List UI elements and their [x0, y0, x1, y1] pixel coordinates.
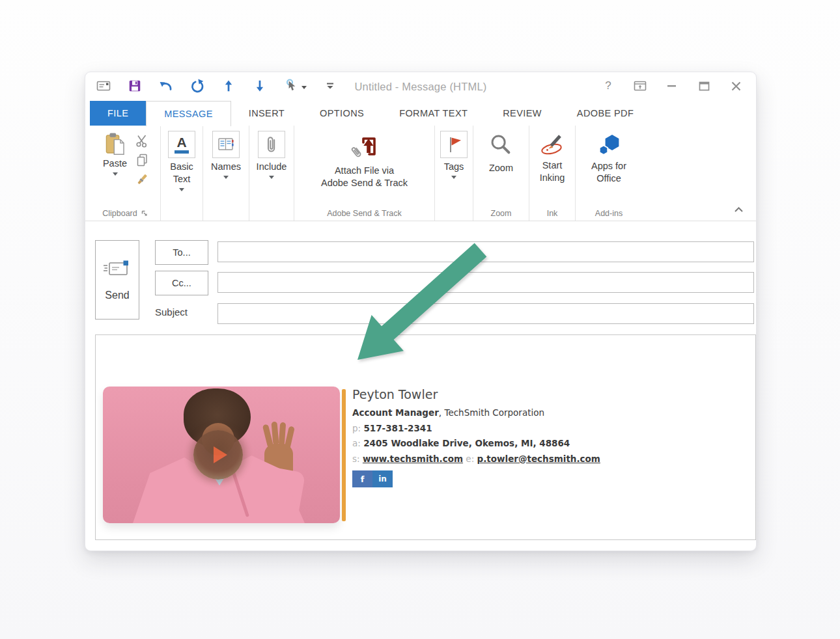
basic-text-label-line2: Text	[173, 173, 191, 185]
zoom-label: Zoom	[489, 162, 513, 174]
phone-number: 517-381-2341	[363, 423, 432, 433]
format-painter-icon	[135, 172, 149, 187]
send-label: Send	[105, 290, 129, 301]
clipboard-dialog-launcher[interactable]	[141, 210, 148, 217]
message-window: Untitled - Message (HTML) ? FILE M	[85, 72, 757, 551]
to-field[interactable]	[217, 241, 754, 262]
scissors-icon	[135, 133, 149, 148]
paste-dropdown-caret	[113, 172, 118, 176]
cc-field[interactable]	[217, 272, 754, 293]
include-button[interactable]: Include	[254, 129, 290, 206]
addins-group-label: Add-ins	[595, 209, 623, 218]
email-label: e:	[466, 454, 474, 464]
clipboard-group: Paste	[91, 126, 161, 221]
tab-review[interactable]: REVIEW	[485, 101, 559, 126]
include-dropdown-caret	[269, 176, 274, 179]
cut-button[interactable]	[133, 132, 150, 148]
ink-group: Start Inking Ink	[529, 126, 576, 221]
signature-social-icons: f in	[352, 470, 717, 487]
inking-pen-icon	[539, 133, 565, 156]
adobe-attach-label-line1: Attach File via	[335, 165, 394, 177]
adobe-group-label: Adobe Send & Track	[327, 209, 402, 218]
include-label: Include	[257, 161, 287, 173]
to-button[interactable]: To...	[155, 240, 208, 265]
signature-links-line: s: www.techsmith.com e: p.towler@techsmi…	[352, 452, 717, 467]
basic-text-button[interactable]: A Basic Text	[165, 129, 198, 206]
play-button[interactable]	[193, 430, 243, 480]
paste-icon	[104, 131, 126, 157]
desktop-background: Untitled - Message (HTML) ? FILE M	[0, 0, 840, 639]
website-label: s:	[352, 454, 360, 464]
tags-button[interactable]: Tags	[438, 129, 470, 206]
address-label: a:	[352, 438, 361, 448]
zoom-group-label: Zoom	[491, 209, 512, 218]
signature-video-thumbnail[interactable]	[103, 387, 340, 523]
signature-phone-line: p: 517-381-2341	[352, 421, 717, 437]
close-button[interactable]	[729, 77, 743, 94]
play-icon	[214, 446, 227, 463]
magnifier-icon	[489, 133, 512, 157]
include-group: Include	[249, 126, 294, 221]
window-controls: ?	[601, 77, 743, 94]
addins-group: Apps for Office Add-ins	[576, 126, 642, 221]
names-button[interactable]: Names	[208, 129, 244, 206]
email-link[interactable]: p.towler@techsmith.com	[477, 454, 600, 464]
format-painter-button[interactable]	[133, 171, 150, 187]
basic-text-group: A Basic Text	[161, 126, 203, 221]
maximize-button[interactable]	[697, 77, 711, 94]
signature-job-title: Account Manager	[352, 407, 439, 418]
person-finger	[271, 422, 279, 446]
send-button[interactable]: Send	[95, 240, 139, 320]
title-bar: Untitled - Message (HTML) ?	[85, 72, 756, 101]
attach-file-adobe-button[interactable]: Attach File via Adobe Send & Track	[318, 129, 410, 206]
linkedin-icon[interactable]: in	[372, 470, 393, 487]
to-button-label: To...	[173, 247, 190, 258]
signature-name: Peyton Towler	[352, 387, 717, 401]
help-button[interactable]: ?	[601, 77, 615, 94]
website-link[interactable]: www.techsmith.com	[363, 454, 463, 464]
cc-button-label: Cc...	[172, 278, 191, 288]
paste-label: Paste	[103, 157, 127, 170]
zoom-button[interactable]: Zoom	[486, 129, 516, 206]
flag-icon	[440, 131, 468, 158]
ink-group-label: Ink	[547, 209, 558, 218]
ink-label-line2: Inking	[540, 172, 565, 184]
apps-hexagons-icon	[595, 133, 623, 157]
tab-adobe-pdf[interactable]: ADOBE PDF	[559, 101, 651, 126]
person-finger	[284, 426, 295, 450]
apps-for-office-button[interactable]: Apps for Office	[589, 129, 629, 206]
adobe-attach-icon	[348, 132, 382, 162]
minimize-button[interactable]	[665, 77, 679, 94]
send-envelope-icon	[102, 258, 132, 279]
copy-icon	[135, 153, 149, 167]
ribbon-tab-bar: FILE MESSAGE INSERT OPTIONS FORMAT TEXT …	[85, 101, 756, 126]
phone-label: p:	[352, 423, 361, 433]
zoom-group: Zoom Zoom	[473, 126, 529, 221]
ribbon-display-options-button[interactable]	[633, 77, 647, 94]
signature-block: Peyton Towler Account Manager, TechSmith…	[352, 387, 717, 487]
ribbon: Paste	[85, 126, 756, 221]
names-dropdown-caret	[223, 176, 229, 179]
cc-button[interactable]: Cc...	[155, 271, 208, 295]
signature-company: , TechSmith Corporation	[439, 407, 544, 418]
signature-title-line: Account Manager, TechSmith Corporation	[352, 405, 717, 421]
start-inking-button[interactable]: Start Inking	[537, 129, 568, 206]
paste-button[interactable]: Paste	[100, 129, 130, 206]
names-label: Names	[211, 161, 241, 173]
names-group: Names	[203, 126, 249, 221]
subject-field[interactable]	[217, 303, 754, 324]
tags-dropdown-caret	[451, 176, 456, 179]
tab-insert[interactable]: INSERT	[231, 101, 302, 126]
tab-format-text[interactable]: FORMAT TEXT	[382, 101, 485, 126]
basic-text-label-line1: Basic	[170, 161, 193, 173]
addins-label-line1: Apps for	[591, 160, 626, 172]
address-book-icon	[212, 131, 240, 158]
collapse-ribbon-button[interactable]	[731, 204, 746, 215]
addins-label-line2: Office	[596, 172, 621, 185]
copy-button[interactable]	[133, 152, 150, 168]
tab-file[interactable]: FILE	[90, 101, 146, 126]
tags-label: Tags	[444, 161, 464, 173]
tab-options[interactable]: OPTIONS	[302, 101, 382, 126]
tab-message[interactable]: MESSAGE	[146, 101, 231, 126]
facebook-icon[interactable]: f	[352, 470, 372, 487]
